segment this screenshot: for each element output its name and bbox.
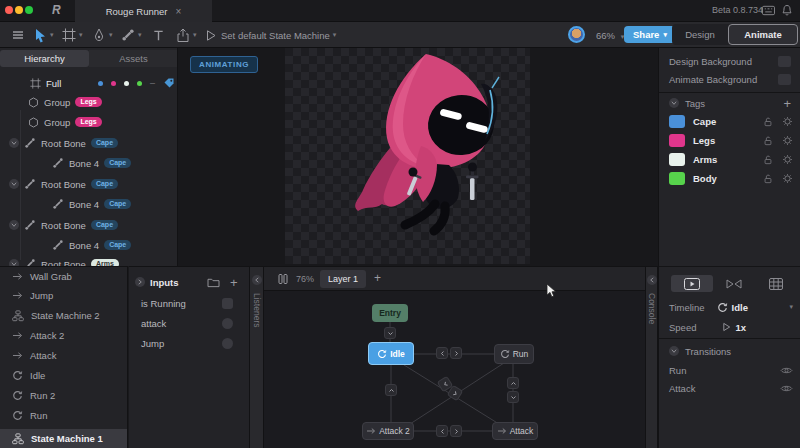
tag-badge-cape[interactable]: Cape xyxy=(91,220,118,230)
animation-jump[interactable]: Jump xyxy=(0,286,128,305)
maximize-window-button[interactable] xyxy=(25,6,33,14)
graph-node-entry[interactable]: Entry xyxy=(372,304,408,322)
tag-badge-legs[interactable]: Legs xyxy=(75,97,101,107)
graph-body[interactable]: Entry Idle Run Attack 2 Attack xyxy=(264,291,645,448)
eye-icon[interactable] xyxy=(780,384,793,393)
transition-chevron-down[interactable] xyxy=(384,327,396,339)
animate-background-swatch[interactable] xyxy=(778,74,791,85)
notifications-bell-icon[interactable] xyxy=(781,4,793,17)
trigger-button[interactable] xyxy=(222,338,233,349)
graph-node-attack2[interactable]: Attack 2 xyxy=(362,422,414,440)
tree-row-bone4-3[interactable]: Bone 4 Cape xyxy=(52,236,131,254)
tag-badge-cape[interactable]: Cape xyxy=(104,158,131,168)
tag-dot-legs[interactable] xyxy=(111,81,116,86)
tag-color-swatch[interactable] xyxy=(669,153,685,166)
tag-badge-cape[interactable]: Cape xyxy=(91,138,118,148)
graph-node-attack[interactable]: Attack xyxy=(492,422,538,440)
animate-mode-tab[interactable]: Animate xyxy=(728,24,798,45)
animation-attack[interactable]: Attack xyxy=(0,346,128,365)
tag-badge-cape[interactable]: Cape xyxy=(104,199,131,209)
close-tab-icon[interactable]: × xyxy=(175,6,181,17)
main-menu-button[interactable] xyxy=(12,27,24,43)
tree-row-group-1[interactable]: Group Legs xyxy=(28,93,102,111)
design-mode-tab[interactable]: Design xyxy=(672,29,728,40)
layer-tab[interactable]: Layer 1 xyxy=(320,270,366,288)
gear-icon[interactable] xyxy=(782,173,793,184)
tree-row-bone4-2[interactable]: Bone 4 Cape xyxy=(52,195,131,213)
transition-row-attack[interactable]: Attack xyxy=(659,379,800,397)
tag-badge-cape[interactable]: Cape xyxy=(104,240,131,250)
tag-color-swatch[interactable] xyxy=(669,115,685,128)
select-tool-caret-icon[interactable]: ▾ xyxy=(50,31,54,39)
default-state-machine-dropdown[interactable]: Set default State Machine ▾ xyxy=(221,27,336,43)
artboard-tool-button[interactable]: ▾ xyxy=(62,27,83,43)
artboard-tool-caret-icon[interactable]: ▾ xyxy=(79,31,83,39)
collapse-transitions-icon[interactable] xyxy=(669,346,679,356)
bone-tool-caret-icon[interactable]: ▾ xyxy=(138,31,142,39)
animation-state-machine-1[interactable]: State Machine 1 xyxy=(0,429,128,448)
add-input-icon[interactable]: + xyxy=(230,275,238,290)
console-label[interactable]: Console xyxy=(647,293,657,324)
tab-playback[interactable] xyxy=(671,275,713,292)
tag-row-cape[interactable]: Cape xyxy=(659,112,800,130)
timeline-value-dropdown[interactable]: Idle xyxy=(717,302,748,313)
graph-zoom-level[interactable]: 76% xyxy=(296,274,314,284)
tab-hierarchy[interactable]: Hierarchy xyxy=(0,50,89,67)
tag-badge-arms[interactable]: Arms xyxy=(91,259,119,266)
document-tab[interactable]: Rouge Runner × xyxy=(75,0,212,22)
transition-chevron-right[interactable] xyxy=(450,347,462,359)
tag-dot-body[interactable] xyxy=(137,81,142,86)
boolean-checkbox[interactable] xyxy=(222,298,233,309)
tag-badge-legs[interactable]: Legs xyxy=(75,117,101,127)
export-tool-caret-icon[interactable]: ▾ xyxy=(193,31,197,39)
trigger-button[interactable] xyxy=(222,318,233,329)
input-row-is-running[interactable]: is Running xyxy=(141,294,241,312)
zoom-level-dropdown[interactable]: 66% ▾ xyxy=(596,30,624,41)
gear-icon[interactable] xyxy=(782,135,793,146)
artboard-surface[interactable] xyxy=(285,48,530,264)
transition-chevron-right[interactable] xyxy=(450,425,462,437)
pen-tool-caret-icon[interactable]: ▾ xyxy=(109,31,113,39)
animation-idle[interactable]: Idle xyxy=(0,366,128,385)
design-background-swatch[interactable] xyxy=(778,56,791,67)
minimize-window-button[interactable] xyxy=(15,6,23,14)
text-tool-button[interactable] xyxy=(152,27,165,43)
eye-icon[interactable] xyxy=(780,366,793,375)
play-state-machine-icon[interactable] xyxy=(205,27,217,43)
tag-dot-cape[interactable] xyxy=(98,81,103,86)
bone-tool-button[interactable]: ▾ xyxy=(121,27,142,43)
export-tool-button[interactable]: ▾ xyxy=(176,27,197,43)
collapse-inputs-icon[interactable] xyxy=(135,277,145,287)
animation-run[interactable]: Run xyxy=(0,406,128,425)
tree-row-rootbone-2[interactable]: Root Bone Cape xyxy=(9,175,118,193)
gear-icon[interactable] xyxy=(782,116,793,127)
tag-color-swatch[interactable] xyxy=(669,172,685,185)
tag-row-arms[interactable]: Arms xyxy=(659,150,800,168)
transition-chevron-left[interactable] xyxy=(436,347,448,359)
lock-icon[interactable] xyxy=(763,154,773,165)
input-row-attack[interactable]: attack xyxy=(141,314,241,332)
shortcuts-icon[interactable] xyxy=(762,5,775,16)
tree-row-rootbone-1[interactable]: Root Bone Cape xyxy=(9,134,118,152)
close-window-button[interactable] xyxy=(5,6,13,14)
expand-chevron-icon[interactable] xyxy=(9,220,19,230)
character-rouge-runner[interactable] xyxy=(285,48,530,264)
animation-attack-2[interactable]: Attack 2 xyxy=(0,326,128,345)
select-tool-button[interactable]: ▾ xyxy=(34,27,54,43)
gear-icon[interactable] xyxy=(782,154,793,165)
animation-state-machine-2[interactable]: State Machine 2 xyxy=(0,306,128,325)
expand-chevron-icon[interactable] xyxy=(9,179,19,189)
expand-chevron-icon[interactable] xyxy=(9,138,19,148)
transition-row-run[interactable]: Run xyxy=(659,361,800,379)
lock-icon[interactable] xyxy=(763,116,773,127)
tag-badge-cape[interactable]: Cape xyxy=(91,179,118,189)
share-button[interactable]: Share▾ xyxy=(624,26,676,43)
tag-row-legs[interactable]: Legs xyxy=(659,131,800,149)
collapse-tags-icon[interactable] xyxy=(669,98,679,108)
stage-canvas[interactable]: ANIMATING xyxy=(178,48,658,266)
transition-chevron-down[interactable] xyxy=(507,391,519,403)
tree-row-bone4-1[interactable]: Bone 4 Cape xyxy=(52,154,131,172)
input-row-jump[interactable]: Jump xyxy=(141,334,241,352)
graph-panes-icon[interactable] xyxy=(278,274,288,284)
listeners-label[interactable]: Listeners xyxy=(252,293,262,328)
